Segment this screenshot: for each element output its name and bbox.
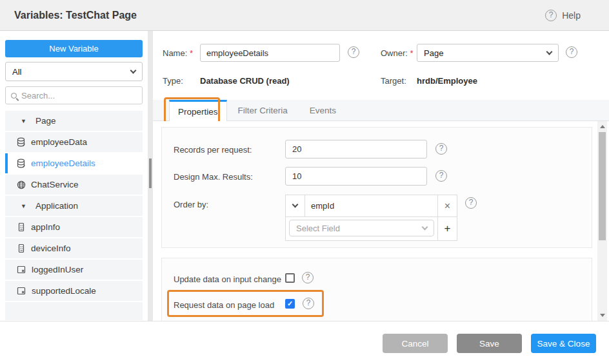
static-variable-icon bbox=[17, 265, 26, 274]
order-direction-button[interactable] bbox=[286, 195, 305, 216]
sidebar-item-employeedetails[interactable]: employeeDetails bbox=[5, 153, 143, 173]
sidebar-group-application[interactable]: ▼ Application bbox=[5, 196, 143, 216]
tab-bar: Properties Filter Criteria Events bbox=[153, 100, 609, 121]
sidebar-item-employeedata[interactable]: employeeData bbox=[5, 132, 143, 152]
order-by-control: empId × Select Field + bbox=[285, 195, 457, 241]
main-scrollbar-thumb[interactable] bbox=[599, 132, 606, 240]
sidebar-item-loggedinuser[interactable]: loggedInUser bbox=[5, 260, 143, 280]
request-on-load-checkbox[interactable]: ✓ bbox=[285, 299, 295, 309]
device-info-icon bbox=[17, 244, 26, 253]
selected-indicator bbox=[5, 153, 8, 173]
type-label: Type: bbox=[163, 76, 183, 86]
check-icon: ✓ bbox=[287, 300, 293, 307]
static-variable-icon bbox=[17, 286, 26, 296]
variable-summary-form: Name: * ? Owner: * Page ? Type: Database… bbox=[153, 31, 609, 100]
device-info-icon bbox=[17, 222, 26, 232]
sidebar-item-deviceinfo[interactable]: deviceInfo bbox=[5, 238, 143, 258]
variable-label: employeeData bbox=[31, 137, 87, 147]
chevron-down-icon bbox=[292, 202, 299, 208]
variable-label: appInfo bbox=[31, 222, 60, 232]
database-icon bbox=[17, 158, 26, 169]
order-by-row: empId × bbox=[286, 195, 457, 217]
variable-label: loggedInUser bbox=[32, 265, 83, 274]
required-asterisk: * bbox=[190, 48, 193, 58]
required-asterisk: * bbox=[410, 48, 414, 58]
variable-label: ChatService bbox=[31, 180, 79, 189]
update-on-input-checkbox[interactable]: ✓ bbox=[285, 273, 295, 283]
variables-sidebar: New Variable All ▼ Page employeeDa bbox=[0, 31, 153, 321]
name-help-icon[interactable]: ? bbox=[348, 46, 359, 58]
search-icon bbox=[11, 93, 17, 99]
sidebar-item-supportedlocale[interactable]: supportedLocale bbox=[5, 281, 143, 301]
add-order-field-row: Select Field + bbox=[286, 217, 457, 240]
help-label: Help bbox=[562, 10, 581, 21]
group-label: Application bbox=[35, 201, 78, 211]
name-field[interactable] bbox=[200, 44, 340, 62]
order-by-help-icon[interactable]: ? bbox=[465, 197, 477, 209]
owner-label: Owner: * bbox=[381, 48, 414, 58]
request-on-load-label: Request data on page load bbox=[174, 300, 274, 310]
dialog-header: Variables: TestChat Page ? Help bbox=[0, 0, 609, 31]
order-by-value: empId bbox=[305, 195, 437, 216]
target-label: Target: bbox=[381, 76, 406, 86]
page-title: Variables: TestChat Page bbox=[14, 10, 137, 21]
owner-value: Page bbox=[424, 48, 443, 58]
group-label: Page bbox=[35, 116, 56, 126]
remove-order-field-button[interactable]: × bbox=[437, 195, 457, 216]
save-button[interactable]: Save bbox=[457, 334, 522, 353]
chevron-down-icon bbox=[130, 67, 137, 73]
list-item-partial bbox=[5, 302, 143, 320]
variable-label: employeeDetails bbox=[31, 158, 95, 168]
database-icon bbox=[17, 137, 26, 148]
tab-events[interactable]: Events bbox=[299, 100, 347, 120]
main-scrollbar-track[interactable] bbox=[597, 121, 607, 321]
design-max-results-label: Design Max. Results: bbox=[174, 172, 253, 182]
scroll-up-arrow-icon[interactable] bbox=[600, 125, 605, 128]
caret-down-icon: ▼ bbox=[21, 203, 26, 209]
scroll-down-arrow-icon[interactable] bbox=[600, 314, 605, 317]
type-value: Database CRUD (read) bbox=[200, 76, 290, 86]
properties-card: Records per request: ? Design Max. Resul… bbox=[161, 127, 592, 248]
help-circle-icon: ? bbox=[545, 10, 557, 21]
records-per-request-label: Records per request: bbox=[174, 145, 252, 155]
name-label: Name: * bbox=[163, 48, 193, 58]
order-by-label: Order by: bbox=[174, 200, 208, 209]
help-button[interactable]: ? Help bbox=[545, 10, 581, 21]
save-and-close-button[interactable]: Save & Close bbox=[531, 334, 596, 353]
search-box[interactable] bbox=[5, 86, 143, 104]
dialog-footer: Cancel Save Save & Close bbox=[0, 321, 609, 364]
design-max-results-field[interactable] bbox=[285, 167, 427, 186]
caret-down-icon: ▼ bbox=[21, 118, 26, 124]
cancel-button[interactable]: Cancel bbox=[383, 334, 448, 353]
select-field-dropdown[interactable]: Select Field bbox=[289, 220, 434, 236]
sidebar-scrollbar-track[interactable] bbox=[148, 31, 153, 321]
new-variable-button[interactable]: New Variable bbox=[5, 40, 143, 57]
records-per-request-field[interactable] bbox=[285, 140, 427, 158]
tab-filter-criteria[interactable]: Filter Criteria bbox=[227, 100, 299, 120]
variable-list: ▼ Page employeeData employeeDetails bbox=[5, 111, 143, 320]
chevron-down-icon bbox=[546, 48, 553, 55]
sidebar-group-page[interactable]: ▼ Page bbox=[5, 111, 143, 131]
records-help-icon[interactable]: ? bbox=[435, 143, 447, 155]
owner-help-icon[interactable]: ? bbox=[566, 46, 577, 58]
variable-editor: Name: * ? Owner: * Page ? Type: Database… bbox=[153, 31, 609, 321]
owner-select[interactable]: Page bbox=[417, 44, 559, 62]
request-on-load-help-icon[interactable]: ? bbox=[303, 298, 314, 309]
options-card: Update data on input change ✓ ? Request … bbox=[161, 258, 592, 321]
variable-label: supportedLocale bbox=[32, 286, 96, 296]
search-input[interactable] bbox=[21, 91, 131, 101]
tab-content: Records per request: ? Design Max. Resul… bbox=[153, 121, 609, 321]
update-on-input-help-icon[interactable]: ? bbox=[302, 272, 314, 283]
variable-filter-value: All bbox=[12, 67, 21, 77]
tab-properties[interactable]: Properties bbox=[169, 100, 227, 121]
target-value: hrdb/Employee bbox=[417, 76, 477, 86]
sidebar-item-appinfo[interactable]: appInfo bbox=[5, 217, 143, 237]
sidebar-scrollbar-thumb[interactable] bbox=[149, 158, 152, 188]
design-max-help-icon[interactable]: ? bbox=[435, 170, 447, 182]
variable-filter-select[interactable]: All bbox=[5, 62, 143, 81]
select-field-placeholder: Select Field bbox=[296, 224, 340, 233]
sidebar-item-chatservice[interactable]: ChatService bbox=[5, 175, 143, 195]
add-order-field-button[interactable]: + bbox=[437, 217, 457, 240]
variable-label: deviceInfo bbox=[31, 244, 71, 253]
globe-icon bbox=[17, 180, 26, 189]
